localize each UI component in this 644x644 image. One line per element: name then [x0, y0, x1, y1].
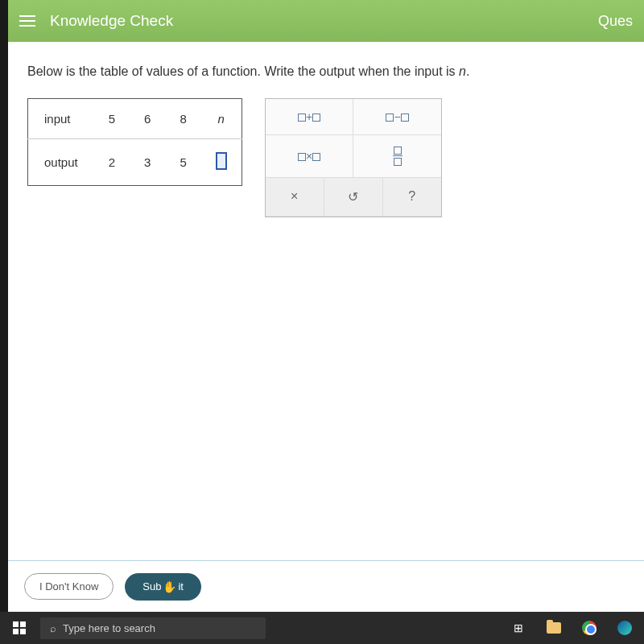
- table-row-input: input 5 6 8 n: [28, 99, 242, 139]
- edge-icon[interactable]: [610, 615, 639, 641]
- menu-icon[interactable]: [19, 15, 35, 27]
- content-area: Below is the table of values of a functi…: [8, 42, 644, 560]
- tool-subtract[interactable]: −: [353, 99, 441, 135]
- output-cell: 2: [94, 139, 130, 186]
- answer-cell[interactable]: [201, 139, 242, 186]
- file-explorer-icon[interactable]: [539, 615, 568, 641]
- page-title: Knowledge Check: [50, 12, 598, 30]
- output-cell: 5: [165, 139, 200, 186]
- taskbar-search[interactable]: ⌕ Type here to search: [40, 617, 266, 639]
- tool-multiply[interactable]: ×: [266, 135, 354, 178]
- answer-input[interactable]: [216, 152, 227, 170]
- windows-taskbar: ⌕ Type here to search ⊞: [0, 612, 644, 644]
- work-area: input 5 6 8 n output 2 3 5 + −: [27, 98, 625, 217]
- tool-help[interactable]: ?: [383, 178, 441, 217]
- cursor-icon: ✋: [163, 580, 176, 593]
- windows-icon: [13, 621, 26, 634]
- app-window: Knowledge Check Ques Below is the table …: [8, 0, 644, 612]
- header-right-label: Ques: [598, 13, 633, 30]
- task-view-icon[interactable]: ⊞: [504, 615, 533, 641]
- prompt-prefix: Below is the table of values of a functi…: [27, 64, 459, 78]
- chrome-icon[interactable]: [575, 615, 604, 641]
- input-cell: 5: [94, 99, 130, 139]
- input-cell: 8: [165, 99, 200, 139]
- action-bar: I Don't Know Sub✋it: [8, 560, 644, 612]
- input-cell: n: [201, 99, 242, 139]
- tool-add[interactable]: +: [266, 99, 354, 135]
- search-placeholder: Type here to search: [63, 622, 155, 634]
- question-prompt: Below is the table of values of a functi…: [27, 64, 625, 79]
- prompt-suffix: .: [466, 64, 469, 78]
- table-row-output: output 2 3 5: [28, 139, 242, 186]
- tool-fraction[interactable]: [353, 135, 441, 178]
- tool-clear[interactable]: ×: [266, 178, 324, 217]
- tool-panel: + − × × ↺ ?: [265, 98, 442, 217]
- input-label: input: [28, 99, 94, 139]
- output-cell: 3: [130, 139, 165, 186]
- function-table: input 5 6 8 n output 2 3 5: [27, 98, 242, 186]
- tool-undo[interactable]: ↺: [324, 178, 383, 217]
- input-cell: 6: [130, 99, 165, 139]
- prompt-var: n: [459, 64, 466, 78]
- output-label: output: [28, 139, 94, 186]
- search-icon: ⌕: [50, 622, 56, 634]
- submit-button[interactable]: Sub✋it: [125, 573, 201, 601]
- start-button[interactable]: [5, 615, 34, 641]
- app-header: Knowledge Check Ques: [8, 0, 644, 42]
- dont-know-button[interactable]: I Don't Know: [24, 573, 114, 600]
